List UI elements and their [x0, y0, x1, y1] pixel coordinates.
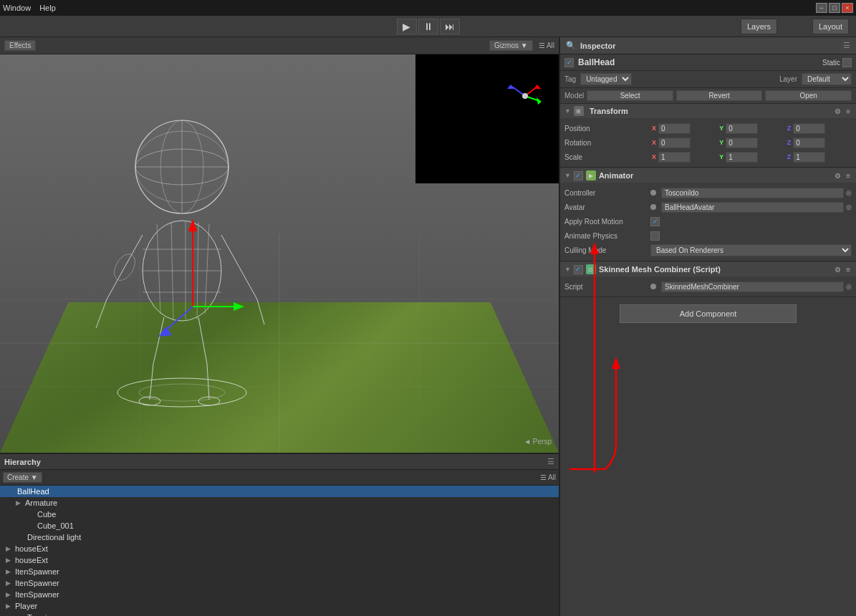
transform-collapse-icon: ▼ [564, 107, 571, 115]
hierarchy-options-icon[interactable]: ☰ [547, 457, 554, 466]
hierarchy-item-8[interactable]: ▶ItenSpawner [0, 577, 559, 589]
rotation-y-input[interactable] [726, 138, 758, 148]
close-btn[interactable]: × [842, 3, 853, 13]
controller-row: Controller Tosconildo ◎ [564, 186, 852, 200]
effects-button[interactable]: Effects [4, 40, 36, 51]
transform-menu-btn[interactable]: ≡ [845, 107, 852, 115]
position-fields: X Y Z [650, 123, 852, 134]
apply-root-motion-checkbox[interactable] [650, 217, 660, 226]
skinned-mesh-combiner-header[interactable]: ▼ ⊡ Skinned Mesh Combiner (Script) ⚙ ≡ [560, 262, 856, 276]
hierarchy-item-5[interactable]: ▶houseExt [0, 543, 559, 554]
animate-physics-value [650, 231, 852, 241]
add-component-button[interactable]: Add Component [620, 304, 797, 323]
smc-collapse-icon: ▼ [564, 266, 571, 273]
expand-arrow[interactable]: ▶ [6, 557, 11, 564]
hierarchy-item-7[interactable]: ▶ItenSpawner [0, 566, 559, 577]
svg-point-46 [522, 93, 528, 99]
position-z-input[interactable] [793, 123, 825, 134]
smc-title: Skinned Mesh Combiner (Script) [599, 265, 830, 274]
menu-window[interactable]: Window [3, 4, 31, 12]
position-row: Position X Y Z [564, 121, 852, 135]
maximize-btn[interactable]: □ [829, 3, 840, 13]
step-button[interactable]: ⏭ [440, 19, 460, 34]
transform-header[interactable]: ▼ ⊞ Transform ⚙ ≡ [560, 104, 856, 118]
animator-checkbox[interactable] [574, 171, 583, 181]
model-label: Model [564, 92, 584, 100]
position-y-input[interactable] [726, 123, 758, 134]
object-active-checkbox[interactable] [564, 58, 574, 67]
apply-root-motion-value [650, 217, 852, 226]
minimize-btn[interactable]: − [816, 3, 827, 13]
scene-canvas[interactable]: ◄ Persp [0, 54, 559, 453]
rotation-x-label: X [650, 139, 658, 146]
select-button[interactable]: Select [587, 90, 673, 101]
tag-dropdown[interactable]: Untagged [580, 73, 632, 85]
expand-arrow[interactable]: ▶ [6, 591, 11, 598]
scale-x-item: X [650, 152, 716, 163]
position-y-label: Y [718, 125, 725, 132]
layer-dropdown[interactable]: Default [802, 73, 852, 85]
expand-arrow[interactable]: ▶ [6, 579, 11, 587]
hierarchy-item-6[interactable]: ▶houseExt [0, 554, 559, 566]
svg-point-7 [139, 384, 225, 401]
script-value-area: SkinnedMeshCombiner ◎ [650, 281, 852, 292]
controller-value-area: Tosconildo ◎ [650, 188, 852, 198]
position-x-input[interactable] [658, 123, 691, 134]
culling-mode-dropdown[interactable]: Based On Renderers [650, 244, 852, 256]
apply-root-motion-label: Apply Root Motion [564, 218, 650, 226]
animator-menu-btn[interactable]: ≡ [845, 172, 852, 180]
svg-marker-39 [158, 327, 172, 337]
hierarchy-item-4[interactable]: Directional light [0, 531, 559, 543]
smc-menu-btn[interactable]: ≡ [845, 266, 852, 274]
rotation-row: Rotation X Y Z [564, 135, 852, 150]
svg-line-29 [150, 364, 153, 400]
hierarchy-title: Hierarchy [4, 458, 41, 466]
controller-select-btn[interactable]: ◎ [846, 189, 852, 196]
scale-row: Scale X Y Z [564, 150, 852, 164]
play-button[interactable]: ▶ [397, 19, 417, 34]
static-checkbox[interactable] [842, 58, 852, 67]
hierarchy-item-0[interactable]: BallHead [0, 486, 559, 497]
scale-y-label: Y [718, 153, 725, 160]
create-button[interactable]: Create ▼ [3, 472, 42, 483]
rotation-z-label: Z [786, 139, 793, 146]
rotation-z-input[interactable] [793, 138, 825, 148]
hierarchy-item-9[interactable]: ▶ItenSpawner [0, 589, 559, 600]
scale-x-input[interactable] [658, 152, 691, 163]
svg-line-26 [221, 235, 257, 299]
scale-z-input[interactable] [793, 152, 825, 163]
revert-button[interactable]: Revert [676, 90, 763, 101]
scale-y-input[interactable] [726, 152, 758, 163]
smc-checkbox[interactable] [574, 265, 583, 274]
svg-marker-35 [188, 219, 197, 231]
expand-arrow[interactable]: ▶ [6, 602, 11, 610]
transform-body: Position X Y Z [560, 118, 856, 167]
inspector-options-icon[interactable]: ☰ [843, 41, 850, 50]
left-panel: Effects Gizmos ▼ ☰ All [0, 37, 559, 616]
avatar-select-btn[interactable]: ◎ [846, 203, 852, 211]
hierarchy-item-10[interactable]: ▶Player [0, 600, 559, 612]
gizmos-button[interactable]: Gizmos ▼ [489, 40, 533, 51]
menu-help[interactable]: Help [39, 4, 56, 12]
rotation-x-input[interactable] [658, 138, 691, 148]
open-button[interactable]: Open [765, 90, 852, 101]
position-z-item: Z [786, 123, 852, 134]
animate-physics-checkbox[interactable] [650, 231, 660, 241]
expand-arrow[interactable]: ▶ [6, 568, 11, 575]
pause-button[interactable]: ⏸ [418, 19, 438, 34]
hierarchy-item-11[interactable]: Terrain [0, 612, 559, 616]
hierarchy-panel: Hierarchy ☰ Create ▼ ☰ All BallHead▶Arma… [0, 453, 559, 616]
hierarchy-item-1[interactable]: ▶Armature [0, 497, 559, 509]
animator-settings-btn[interactable]: ⚙ [833, 172, 842, 180]
layout-dropdown[interactable]: Layout [812, 19, 849, 34]
smc-icon: ⊡ [586, 264, 596, 274]
smc-settings-btn[interactable]: ⚙ [833, 266, 842, 274]
transform-settings-btn[interactable]: ⚙ [833, 107, 842, 115]
script-select-btn[interactable]: ◎ [846, 283, 852, 290]
expand-arrow[interactable]: ▶ [16, 499, 21, 506]
layers-dropdown[interactable]: Layers [741, 19, 777, 34]
expand-arrow[interactable]: ▶ [6, 545, 11, 552]
animator-header[interactable]: ▼ ▶ Animator ⚙ ≡ [560, 168, 856, 183]
hierarchy-item-2[interactable]: Cube [0, 509, 559, 520]
hierarchy-item-3[interactable]: Cube_001 [0, 520, 559, 531]
